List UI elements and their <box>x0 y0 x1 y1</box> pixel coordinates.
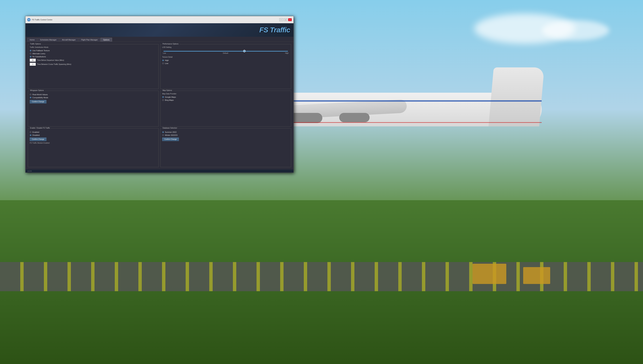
wingspan-options-title: Wingspan Options <box>29 90 45 91</box>
radio-summer-indicator <box>162 131 164 133</box>
radio-bing-maps[interactable]: Bing Maps <box>162 99 289 101</box>
enable-disable-confirm-button[interactable]: Confirm Change <box>30 138 46 141</box>
radio-enabled-indicator <box>30 131 31 133</box>
tab-aircraft[interactable]: Aircraft Manager <box>59 38 78 42</box>
radio-real-world-indicator <box>30 94 31 96</box>
substitution-mode-group: Use Fallback Texture Alternate Livery No… <box>30 50 157 58</box>
lod-default-label: Default <box>223 52 228 54</box>
alternate-livery-label: Alternate Livery <box>32 52 45 54</box>
radio-texture-low-indicator <box>162 62 164 64</box>
substitution-mode-label: Traffic Substitution Mode: <box>30 46 157 48</box>
departure-time-row: Time Before Departure Value (Mins) <box>30 59 157 62</box>
radio-compatibility-mode[interactable]: Compatibility Mode <box>30 96 157 98</box>
radio-enabled[interactable]: Enabled <box>30 131 157 133</box>
radio-no-substitutions[interactable]: No Substitutions <box>30 56 157 58</box>
map-options-title: Map Options <box>162 90 173 91</box>
lod-low-label: Low <box>163 52 166 54</box>
map-options-panel: Map Options Map Data Provider: Google Ma… <box>160 91 291 127</box>
module-status: FS Traffic Module Enabled <box>30 142 157 144</box>
texture-detail-label: Texture Detail <box>162 56 289 58</box>
lod-setting-label: LOD Setting <box>162 46 289 48</box>
time-before-departure-input[interactable] <box>30 59 36 62</box>
radio-disabled[interactable]: Disabled <box>30 134 157 136</box>
traffic-options-panel: Traffic Options Traffic Substitution Mod… <box>28 44 159 89</box>
radio-real-world[interactable]: Real-World Values <box>30 94 157 96</box>
brand-logo: FS Traffic <box>259 26 290 34</box>
wingspan-confirm-button[interactable]: Confirm Change <box>30 100 46 104</box>
app-window: FS FS Traffic Control Centre − □ ✕ FS Tr… <box>25 16 294 173</box>
disabled-label: Disabled <box>32 134 40 136</box>
radio-alternate-livery-indicator <box>30 53 31 54</box>
database-group: Summer 2022 Winter 2022/23 <box>162 131 289 136</box>
main-content: Traffic Options Traffic Substitution Mod… <box>26 42 294 170</box>
nav-tabs: Home Schedules Manager Aircraft Manager … <box>26 37 294 42</box>
database-selection-title: Database Selection <box>162 127 178 129</box>
tab-flightplan[interactable]: Flight Plan Manager <box>79 38 100 42</box>
radio-use-fallback[interactable]: Use Fallback Texture <box>30 50 157 52</box>
radio-alternate-livery[interactable]: Alternate Livery <box>30 52 157 54</box>
lod-slider-thumb[interactable] <box>243 50 246 52</box>
radio-texture-high[interactable]: High <box>162 59 289 61</box>
maximize-button[interactable]: □ <box>284 18 287 21</box>
texture-low-label: Low <box>165 62 168 64</box>
radio-google-indicator <box>162 96 164 98</box>
app-header: FS Traffic <box>26 23 294 37</box>
texture-high-label: High <box>165 59 169 61</box>
database-selection-panel: Database Selection Summer 2022 Winter 20… <box>160 128 291 167</box>
performance-options-title: Performance Options <box>162 43 179 45</box>
version-label: v1.0.5 <box>28 170 32 172</box>
bing-maps-label: Bing Maps <box>165 99 174 101</box>
status-bar: v1.0.5 <box>26 170 294 172</box>
radio-google-maps[interactable]: Google Maps <box>162 96 289 98</box>
time-before-departure-label: Time Before Departure Value (Mins) <box>37 59 64 61</box>
brand-prefix: FS <box>259 26 268 34</box>
app-icon: FS <box>27 18 31 22</box>
map-provider-group: Google Maps Bing Maps <box>162 96 289 101</box>
database-confirm-button[interactable]: Confirm Change <box>162 138 179 141</box>
title-bar-controls: − □ ✕ <box>279 18 292 21</box>
lod-slider-fill <box>163 51 288 52</box>
wingspan-group: Real-World Values Compatibility Mode <box>30 94 157 98</box>
no-substitutions-label: No Substitutions <box>32 56 46 58</box>
winter-2022-label: Winter 2022/23 <box>165 134 177 136</box>
tab-options[interactable]: Options <box>101 38 112 42</box>
radio-bing-indicator <box>162 99 164 101</box>
radio-use-fallback-indicator <box>30 50 31 52</box>
google-maps-label: Google Maps <box>165 96 176 98</box>
traffic-options-title: Traffic Options <box>29 43 42 45</box>
minimize-button[interactable]: − <box>279 18 283 21</box>
radio-summer-2022[interactable]: Summer 2022 <box>162 131 289 133</box>
enable-disable-title: Enable / Disable FS Traffic <box>29 127 51 129</box>
title-bar-left: FS FS Traffic Control Centre <box>27 18 52 22</box>
title-bar: FS FS Traffic Control Centre − □ ✕ <box>26 16 294 23</box>
enabled-label: Enabled <box>32 131 39 133</box>
tab-home[interactable]: Home <box>27 38 37 42</box>
tab-schedules[interactable]: Schedules Manager <box>38 38 59 42</box>
radio-no-substitutions-indicator <box>30 56 31 58</box>
summer-2022-label: Summer 2022 <box>165 131 176 133</box>
compatibility-mode-label: Compatibility Mode <box>32 96 48 98</box>
radio-compatibility-indicator <box>30 97 31 98</box>
lod-high-label: High <box>285 52 289 54</box>
radio-winter-2022[interactable]: Winter 2022/23 <box>162 134 289 136</box>
radio-disabled-indicator <box>30 134 31 136</box>
time-between-cruise-label: Time Between Cruise Traffic Spawning (Mi… <box>37 63 71 65</box>
use-fallback-label: Use Fallback Texture <box>32 50 50 52</box>
lod-slider-track <box>163 51 288 52</box>
radio-texture-high-indicator <box>162 60 164 61</box>
performance-options-panel: Performance Options LOD Setting Low Defa… <box>160 44 291 89</box>
brand-suffix: Traffic <box>268 26 290 34</box>
wingspan-options-panel: Wingspan Options Real-World Values Compa… <box>28 91 159 127</box>
window-title: FS Traffic Control Centre <box>32 19 52 21</box>
enable-disable-panel: Enable / Disable FS Traffic Enabled Disa… <box>28 128 159 167</box>
lod-slider-container: Low Default High <box>162 51 289 54</box>
lod-slider-labels: Low Default High <box>163 52 289 54</box>
enable-disable-group: Enabled Disabled <box>30 131 157 136</box>
map-data-provider-label: Map Data Provider: <box>162 93 289 95</box>
time-between-cruise-input[interactable] <box>30 63 36 66</box>
radio-texture-low[interactable]: Low <box>162 62 289 64</box>
texture-detail-group: High Low <box>162 59 289 64</box>
close-button[interactable]: ✕ <box>288 18 292 21</box>
real-world-label: Real-World Values <box>32 94 48 96</box>
radio-winter-indicator <box>162 134 164 136</box>
